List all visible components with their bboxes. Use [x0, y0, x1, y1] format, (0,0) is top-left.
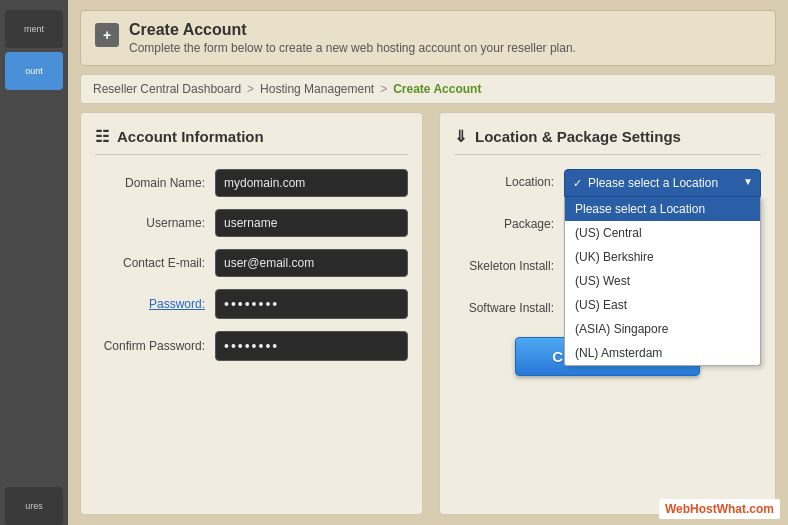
location-option-4[interactable]: (US) East	[565, 293, 760, 317]
password-input[interactable]	[215, 289, 408, 319]
package-label: Package:	[454, 211, 564, 231]
confirm-password-label: Confirm Password:	[95, 339, 215, 353]
main-content: + Create Account Complete the form below…	[68, 0, 788, 525]
page-header: + Create Account Complete the form below…	[80, 10, 776, 66]
breadcrumb-part1[interactable]: Reseller Central Dashboard	[93, 82, 241, 96]
password-label[interactable]: Password:	[95, 297, 215, 311]
page-header-text: Create Account Complete the form below t…	[129, 21, 576, 55]
page-title: Create Account	[129, 21, 576, 39]
domain-field-row: Domain Name:	[95, 169, 408, 197]
sidebar-item-3[interactable]: ures	[5, 487, 63, 525]
breadcrumb-part3[interactable]: Create Account	[393, 82, 481, 96]
location-selected-label: Please select a Location	[588, 176, 718, 190]
username-field-row: Username:	[95, 209, 408, 237]
location-dropdown-list: Please select a Location (US) Central (U…	[564, 197, 761, 366]
location-label: Location:	[454, 169, 564, 189]
sidebar-item-1[interactable]: ment	[5, 10, 63, 48]
account-info-panel: ☷ Account Information Domain Name: Usern…	[80, 112, 423, 515]
create-account-icon: +	[95, 23, 119, 47]
breadcrumb-sep2: >	[380, 82, 387, 96]
location-package-icon: ⇓	[454, 127, 467, 146]
location-dropdown-container: Please select a Location ▼ Please select…	[564, 169, 761, 197]
watermark-prefix: WebHostWhat	[665, 502, 746, 516]
page-description: Complete the form below to create a new …	[129, 41, 576, 55]
location-option-6[interactable]: (NL) Amsterdam	[565, 341, 760, 365]
location-package-title: ⇓ Location & Package Settings	[454, 127, 761, 155]
username-input[interactable]	[215, 209, 408, 237]
form-container: ☷ Account Information Domain Name: Usern…	[80, 112, 776, 515]
confirm-password-input[interactable]	[215, 331, 408, 361]
email-input[interactable]	[215, 249, 408, 277]
location-option-5[interactable]: (ASIA) Singapore	[565, 317, 760, 341]
location-option-0[interactable]: Please select a Location	[565, 197, 760, 221]
confirm-password-field-row: Confirm Password:	[95, 331, 408, 361]
location-selected[interactable]: Please select a Location ▼	[564, 169, 761, 197]
breadcrumb-part2[interactable]: Hosting Management	[260, 82, 374, 96]
domain-label: Domain Name:	[95, 176, 215, 190]
watermark: WebHostWhat.com	[659, 499, 780, 519]
username-label: Username:	[95, 216, 215, 230]
domain-input[interactable]	[215, 169, 408, 197]
location-field-row: Location: Please select a Location ▼ Ple…	[454, 169, 761, 197]
location-control: Please select a Location ▼ Please select…	[564, 169, 761, 197]
location-option-1[interactable]: (US) Central	[565, 221, 760, 245]
breadcrumb: Reseller Central Dashboard > Hosting Man…	[80, 74, 776, 104]
dropdown-arrow-icon: ▼	[743, 176, 753, 187]
password-field-row: Password:	[95, 289, 408, 319]
breadcrumb-sep1: >	[247, 82, 254, 96]
location-option-2[interactable]: (UK) Berkshire	[565, 245, 760, 269]
sidebar: ment ount ures	[0, 0, 68, 525]
location-option-3[interactable]: (US) West	[565, 269, 760, 293]
watermark-suffix: .com	[746, 502, 774, 516]
location-package-panel: ⇓ Location & Package Settings Location: …	[439, 112, 776, 515]
skeleton-label: Skeleton Install:	[454, 253, 564, 273]
sidebar-item-2[interactable]: ount	[5, 52, 63, 90]
email-label: Contact E-mail:	[95, 256, 215, 270]
software-label: Software Install:	[454, 295, 564, 315]
account-info-title: ☷ Account Information	[95, 127, 408, 155]
email-field-row: Contact E-mail:	[95, 249, 408, 277]
account-info-icon: ☷	[95, 127, 109, 146]
